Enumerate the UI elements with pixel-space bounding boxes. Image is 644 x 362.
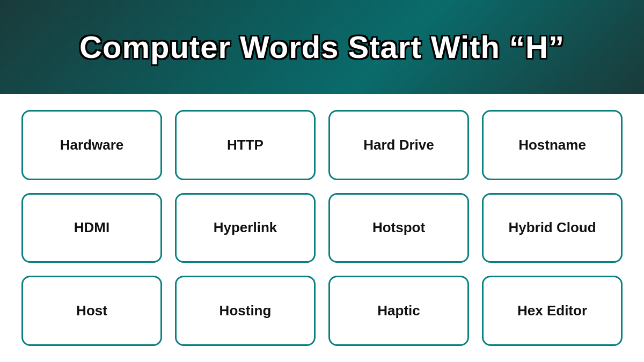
card-label-hyperlink: Hyperlink (214, 219, 277, 236)
cards-grid: HardwareHTTPHard DriveHostnameHDMIHyperl… (0, 94, 644, 362)
card-label-hard-drive: Hard Drive (363, 137, 434, 153)
card-label-hosting: Hosting (219, 302, 272, 319)
card-label-http: HTTP (227, 137, 264, 153)
card-hdmi[interactable]: HDMI (21, 193, 162, 263)
card-hostname[interactable]: Hostname (482, 110, 623, 180)
card-hard-drive[interactable]: Hard Drive (328, 110, 469, 180)
card-label-hardware: Hardware (60, 137, 124, 153)
card-hyperlink[interactable]: Hyperlink (175, 193, 316, 263)
card-label-host: Host (76, 302, 107, 319)
card-hardware[interactable]: Hardware (21, 110, 162, 180)
card-hybrid-cloud[interactable]: Hybrid Cloud (482, 193, 623, 263)
card-hex-editor[interactable]: Hex Editor (482, 276, 623, 346)
card-hosting[interactable]: Hosting (175, 276, 316, 346)
card-label-haptic: Haptic (377, 302, 420, 319)
card-label-hotspot: Hotspot (372, 219, 425, 236)
card-haptic[interactable]: Haptic (328, 276, 469, 346)
card-host[interactable]: Host (21, 276, 162, 346)
card-label-hdmi: HDMI (74, 219, 109, 236)
page-header: Computer Words Start With “H” (0, 0, 644, 94)
card-label-hybrid-cloud: Hybrid Cloud (508, 219, 596, 236)
card-label-hex-editor: Hex Editor (517, 302, 587, 319)
card-hotspot[interactable]: Hotspot (328, 193, 469, 263)
card-label-hostname: Hostname (518, 137, 586, 153)
card-http[interactable]: HTTP (175, 110, 316, 180)
page-title: Computer Words Start With “H” (79, 29, 565, 65)
